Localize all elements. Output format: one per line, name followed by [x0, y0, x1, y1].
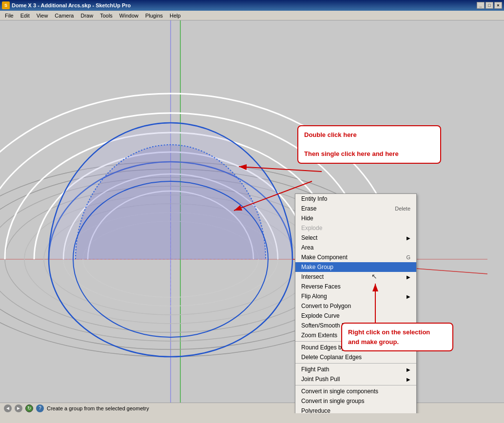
cm-convert-components[interactable]: Convert in single components: [295, 386, 416, 396]
menu-plugins[interactable]: Plugins: [142, 12, 166, 19]
minimize-button[interactable]: _: [477, 2, 485, 9]
cm-explode: Explode: [295, 223, 416, 233]
cm-flip-along[interactable]: Flip Along ▶: [295, 291, 416, 301]
menu-help[interactable]: Help: [167, 12, 184, 19]
cm-make-group[interactable]: Make Group: [295, 262, 416, 272]
menu-tools[interactable]: Tools: [97, 12, 116, 19]
maximize-button[interactable]: □: [485, 2, 493, 9]
menu-draw[interactable]: Draw: [78, 12, 96, 19]
menu-file[interactable]: File: [2, 12, 17, 19]
cm-separator-2: [295, 363, 416, 364]
annotation-bottom-text: Right click on the selectionand make gro…: [348, 328, 430, 346]
menu-view[interactable]: View: [34, 12, 51, 19]
canvas-drawing: [0, 20, 504, 413]
cm-convert-polygon[interactable]: Convert to Polygon: [295, 301, 416, 311]
viewport[interactable]: Entity Info Erase Delete Hide Explode Se…: [0, 20, 504, 413]
cm-explode-curve[interactable]: Explode Curve: [295, 311, 416, 321]
window-controls[interactable]: _ □ ×: [477, 2, 502, 9]
cm-separator-3: [295, 385, 416, 385]
menu-window[interactable]: Window: [116, 12, 141, 19]
status-refresh-button[interactable]: ↻: [25, 404, 33, 412]
cm-delete-coplanar[interactable]: Delete Coplanar Edges: [295, 352, 416, 362]
context-menu: Entity Info Erase Delete Hide Explode Se…: [295, 193, 417, 413]
cm-intersect[interactable]: Intersect ▶: [295, 272, 416, 282]
annotation-top-text: Double click hereThen single click here …: [304, 131, 399, 157]
cm-polyreduce[interactable]: Polyreduce: [295, 406, 416, 413]
menu-bar: File Edit View Camera Draw Tools Window …: [0, 11, 504, 20]
status-text: Create a group from the selected geometr…: [47, 405, 149, 411]
window-title: Dome X 3 - Additional Arcs.skp - SketchU…: [12, 2, 131, 8]
cm-hide[interactable]: Hide: [295, 213, 416, 223]
cm-entity-info[interactable]: Entity Info: [295, 194, 416, 204]
status-help-button[interactable]: ?: [36, 404, 44, 412]
cm-flight-path[interactable]: Flight Path ▶: [295, 365, 416, 374]
cm-joint-push-pull[interactable]: Joint Push Pull ▶: [295, 374, 416, 384]
cm-select[interactable]: Select ▶: [295, 233, 416, 243]
cm-make-component[interactable]: Make Component G: [295, 252, 416, 262]
annotation-bottom: Right click on the selectionand make gro…: [341, 323, 453, 351]
cm-reverse-faces[interactable]: Reverse Faces: [295, 282, 416, 291]
cm-erase[interactable]: Erase Delete: [295, 204, 416, 213]
close-button[interactable]: ×: [494, 2, 502, 9]
menu-camera[interactable]: Camera: [52, 12, 77, 19]
annotation-top: Double click hereThen single click here …: [297, 125, 441, 164]
title-bar: S Dome X 3 - Additional Arcs.skp - Sketc…: [0, 0, 504, 11]
status-back-button[interactable]: ◄: [4, 404, 12, 412]
app-icon: S: [2, 1, 10, 9]
status-forward-button[interactable]: ►: [15, 404, 22, 412]
menu-edit[interactable]: Edit: [18, 12, 33, 19]
cm-convert-groups[interactable]: Convert in single groups: [295, 396, 416, 406]
status-bar: ◄ ► ↻ ? Create a group from the selected…: [0, 403, 504, 413]
cm-area[interactable]: Area: [295, 243, 416, 252]
